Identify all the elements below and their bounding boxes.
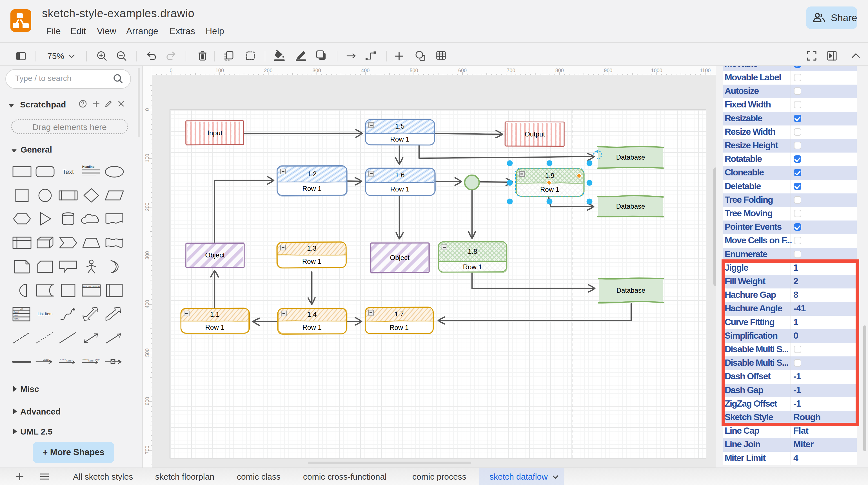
svg-text:Source: Source (82, 358, 89, 361)
svg-text:Source: Source (60, 358, 66, 361)
svg-text:Item 1: Item 1 (14, 311, 20, 313)
svg-text:List Item: List Item (38, 312, 53, 316)
svg-text:List: List (20, 308, 23, 310)
svg-text:Label: Label (66, 360, 71, 362)
svg-text:Text: Text (63, 168, 74, 175)
svg-text:Label: Label (43, 359, 49, 361)
svg-text:Item 3: Item 3 (14, 318, 20, 320)
svg-text:Item 2: Item 2 (14, 314, 20, 316)
svg-text:Label: Label (88, 360, 93, 362)
svg-text:Target: Target (95, 358, 100, 361)
svg-text:Heading: Heading (82, 165, 94, 168)
svg-text:Vertical Container: Vertical Container (82, 285, 100, 288)
